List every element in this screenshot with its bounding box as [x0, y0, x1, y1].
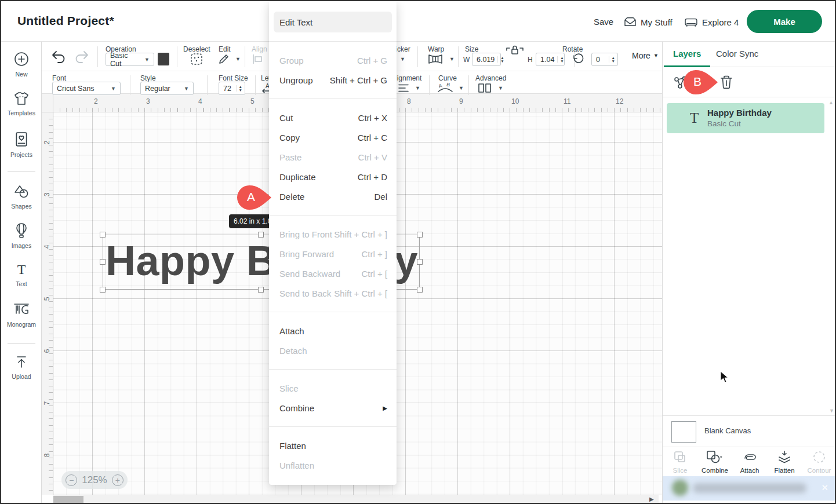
- color-swatch[interactable]: [158, 53, 169, 65]
- chevron-down-icon[interactable]: ▼: [459, 85, 464, 91]
- chevron-down-icon: ▼: [184, 86, 189, 92]
- selection-handle[interactable]: [100, 259, 106, 265]
- menu-item-ungroup[interactable]: UngroupShift + Ctrl + G: [269, 70, 397, 90]
- selection-handle[interactable]: [417, 287, 423, 293]
- font-size-label: Font Size: [219, 74, 248, 82]
- stepper-icon[interactable]: ▲▼: [557, 56, 564, 63]
- sidebar-item-text[interactable]: T Text: [1, 262, 42, 287]
- height-input[interactable]: 1.04▲▼: [536, 53, 565, 66]
- zoom-out-button[interactable]: −: [66, 474, 77, 486]
- redo-icon[interactable]: [74, 50, 90, 64]
- blank-canvas-label: Blank Canvas: [704, 426, 751, 435]
- stepper-icon[interactable]: ▲▼: [609, 56, 615, 63]
- more-button[interactable]: More▼: [632, 51, 659, 60]
- menu-item-edit-text[interactable]: Edit Text: [274, 12, 392, 32]
- pencil-icon[interactable]: [217, 53, 230, 65]
- chevron-down-icon: ▼: [144, 57, 150, 63]
- align-icon: [252, 54, 263, 64]
- menu-item-attach[interactable]: Attach: [269, 321, 397, 341]
- zoom-level: 125%: [82, 474, 107, 486]
- attach-button[interactable]: Attach: [732, 447, 767, 476]
- close-icon[interactable]: ✕: [821, 483, 828, 493]
- menu-item-duplicate[interactable]: DuplicateCtrl + D: [269, 167, 397, 187]
- ruler-number: 2: [43, 138, 51, 147]
- chevron-down-icon[interactable]: ▼: [415, 85, 420, 91]
- font-size-input[interactable]: 72▲▼: [219, 82, 245, 95]
- selection-handle[interactable]: [258, 232, 264, 238]
- sidebar-item-upload[interactable]: Upload: [1, 355, 42, 380]
- trash-icon[interactable]: [719, 75, 733, 90]
- ruler-number: 9: [459, 97, 463, 105]
- selection-handle[interactable]: [100, 232, 106, 238]
- scroll-up-icon[interactable]: ▲: [828, 100, 834, 105]
- layer-actions-row: Slice Combine Attach Flatten Contour: [663, 447, 836, 476]
- flatten-button[interactable]: Flatten: [767, 447, 802, 476]
- menu-item-slice: Slice: [269, 378, 397, 398]
- menu-item-send-backward: Send BackwardCtrl + [: [269, 264, 397, 283]
- chevron-down-icon[interactable]: ▼: [449, 56, 455, 62]
- ruler-number: 8: [43, 451, 51, 459]
- deselect-icon[interactable]: [190, 53, 203, 65]
- scroll-down-icon[interactable]: ▼: [829, 408, 834, 414]
- explore-machine-button[interactable]: Explore 4: [684, 17, 739, 27]
- tab-layers[interactable]: Layers: [673, 49, 701, 59]
- curve-label: Curve: [438, 74, 457, 82]
- layer-row-happy-birthday[interactable]: T Happy Birthday Basic Cut: [667, 103, 824, 133]
- lock-icon[interactable]: [506, 43, 524, 59]
- make-button[interactable]: Make: [747, 10, 822, 33]
- scroll-right-icon[interactable]: ▶: [649, 496, 654, 502]
- menu-item-copy[interactable]: CopyCtrl + C: [269, 127, 397, 147]
- selection-handle[interactable]: [417, 232, 423, 238]
- hot-air-balloon-icon: [14, 222, 28, 239]
- zoom-control: − 125% +: [61, 471, 128, 489]
- zoom-in-button[interactable]: +: [112, 474, 123, 486]
- blank-canvas-row[interactable]: Blank Canvas: [663, 415, 836, 447]
- undo-icon[interactable]: [50, 50, 67, 64]
- sidebar-item-projects[interactable]: Projects: [1, 132, 42, 158]
- sidebar-item-monogram[interactable]: Monogram: [1, 301, 42, 328]
- chevron-down-icon[interactable]: ▼: [235, 56, 241, 62]
- selection-handle[interactable]: [100, 287, 106, 293]
- chevron-down-icon: ▼: [111, 86, 116, 92]
- my-stuff-button[interactable]: My Stuff: [624, 17, 673, 27]
- scrollbar-thumb[interactable]: [53, 496, 83, 503]
- warp-icon[interactable]: [428, 54, 443, 64]
- width-input[interactable]: 6.019▲▼: [472, 53, 501, 66]
- operation-select[interactable]: Basic Cut▼: [106, 53, 154, 66]
- rotate-input[interactable]: 0▲▼: [591, 53, 618, 66]
- svg-text:A: A: [438, 82, 443, 89]
- font-select[interactable]: Cricut Sans▼: [52, 82, 121, 95]
- style-select[interactable]: Regular▼: [140, 82, 194, 95]
- save-button[interactable]: Save: [594, 17, 613, 27]
- tab-color-sync[interactable]: Color Sync: [716, 49, 758, 59]
- menu-item-flatten[interactable]: Flatten: [269, 436, 397, 455]
- ruler-number: 6: [43, 347, 51, 355]
- ruler-number: 5: [250, 97, 255, 105]
- sidebar-item-shapes[interactable]: Shapes: [1, 184, 42, 210]
- annotation-pin-b: B: [682, 69, 719, 98]
- text-align-icon[interactable]: [398, 83, 409, 93]
- curve-icon[interactable]: AB: [437, 82, 453, 94]
- plus-circle-icon: [13, 51, 30, 67]
- stepper-icon[interactable]: ▲▼: [497, 56, 504, 63]
- menu-item-unflatten: Unflatten: [269, 455, 397, 475]
- sidebar-item-templates[interactable]: Templates: [1, 91, 42, 116]
- horizontal-scrollbar[interactable]: ▶: [53, 495, 659, 504]
- font-label: Font: [52, 74, 66, 82]
- combine-button[interactable]: Combine: [697, 447, 732, 476]
- menu-item-cut[interactable]: CutCtrl + X: [269, 108, 397, 127]
- menu-item-combine[interactable]: Combine▶: [269, 398, 397, 418]
- menu-item-delete[interactable]: DeleteDel: [269, 187, 397, 206]
- stepper-icon[interactable]: ▲▼: [236, 85, 242, 92]
- selection-handle[interactable]: [258, 287, 264, 293]
- chevron-down-icon[interactable]: ▼: [498, 85, 503, 91]
- height-label: H: [528, 56, 533, 64]
- annotation-letter: B: [690, 75, 704, 89]
- selection-handle[interactable]: [417, 259, 423, 265]
- chevron-down-icon[interactable]: ▼: [400, 56, 405, 62]
- sidebar-item-images[interactable]: Images: [1, 222, 42, 249]
- v-ruler: 2345678: [42, 112, 53, 495]
- rotate-icon[interactable]: [572, 53, 584, 65]
- sidebar-item-new[interactable]: New: [1, 51, 42, 78]
- advanced-icon[interactable]: [478, 83, 492, 93]
